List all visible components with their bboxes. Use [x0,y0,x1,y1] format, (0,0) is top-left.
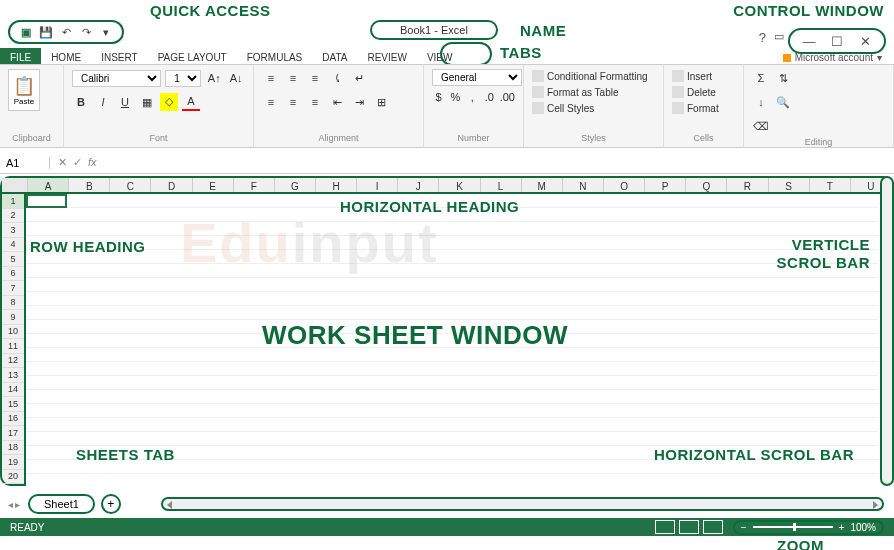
col-header[interactable]: S [769,178,810,192]
clear-icon[interactable]: ⌫ [752,117,770,135]
italic-button[interactable]: I [94,93,112,111]
col-header[interactable]: H [316,178,357,192]
row-header[interactable]: 14 [2,383,24,398]
enter-formula-icon[interactable]: ✓ [73,156,82,169]
active-cell[interactable] [26,194,67,208]
currency-icon[interactable]: $ [432,88,445,106]
qat-dropdown-icon[interactable]: ▾ [98,24,114,40]
col-header[interactable]: I [357,178,398,192]
align-center-icon[interactable]: ≡ [284,93,302,111]
row-header[interactable]: 11 [2,339,24,354]
col-header[interactable]: E [193,178,234,192]
increase-decimal-icon[interactable]: .0 [483,88,496,106]
format-cells-button[interactable]: Format [672,101,735,115]
col-header[interactable]: L [481,178,522,192]
vertical-scrollbar[interactable] [880,176,894,486]
increase-font-icon[interactable]: A↑ [205,69,223,87]
sheet-nav-prev-icon[interactable]: ◂ [8,499,13,510]
row-header[interactable]: 7 [2,281,24,296]
align-top-icon[interactable]: ≡ [262,69,280,87]
zoom-percent[interactable]: 100% [850,522,876,533]
row-header[interactable]: 16 [2,412,24,427]
ribbon-display-icon[interactable]: ▭ [774,30,784,43]
help-icon[interactable]: ? [759,30,766,45]
row-header[interactable]: 4 [2,238,24,253]
increase-indent-icon[interactable]: ⇥ [350,93,368,111]
col-header[interactable]: C [110,178,151,192]
font-family-select[interactable]: Calibri [72,70,161,87]
name-box[interactable]: A1 [0,157,50,169]
add-sheet-button[interactable]: + [101,494,121,514]
decrease-indent-icon[interactable]: ⇤ [328,93,346,111]
view-page-break-icon[interactable] [703,520,723,534]
format-as-table-button[interactable]: Format as Table [532,85,655,99]
number-format-select[interactable]: General [432,69,522,86]
col-header[interactable]: P [645,178,686,192]
bold-button[interactable]: B [72,93,90,111]
select-all-corner[interactable] [2,178,28,192]
col-header[interactable]: O [604,178,645,192]
font-size-select[interactable]: 11 [165,70,201,87]
cell-styles-button[interactable]: Cell Styles [532,101,655,115]
col-header[interactable]: M [522,178,563,192]
row-header[interactable]: 5 [2,252,24,267]
percent-icon[interactable]: % [449,88,462,106]
col-header[interactable]: T [810,178,851,192]
row-header[interactable]: 2 [2,209,24,224]
undo-icon[interactable]: ↶ [58,24,74,40]
view-page-layout-icon[interactable] [679,520,699,534]
zoom-in-icon[interactable]: + [839,522,845,533]
insert-cells-button[interactable]: Insert [672,69,735,83]
account-link[interactable]: Microsoft account ▾ [783,52,882,63]
col-header[interactable]: A [28,178,69,192]
col-header[interactable]: D [151,178,192,192]
col-header[interactable]: J [398,178,439,192]
fill-color-icon[interactable]: ◇ [160,93,178,111]
row-header[interactable]: 6 [2,267,24,282]
col-header[interactable]: K [439,178,480,192]
row-header[interactable]: 17 [2,426,24,441]
row-header[interactable]: 1 [2,194,24,209]
fx-icon[interactable]: fx [88,156,97,169]
row-header[interactable]: 19 [2,455,24,470]
border-icon[interactable]: ▦ [138,93,156,111]
fill-icon[interactable]: ↓ [752,93,770,111]
comma-icon[interactable]: , [466,88,479,106]
row-header[interactable]: 18 [2,441,24,456]
orientation-icon[interactable]: ⤹ [328,69,346,87]
cancel-formula-icon[interactable]: ✕ [58,156,67,169]
close-icon[interactable]: ✕ [856,32,874,50]
decrease-font-icon[interactable]: A↓ [227,69,245,87]
save-icon[interactable]: 💾 [38,24,54,40]
row-header[interactable]: 9 [2,310,24,325]
zoom-out-icon[interactable]: − [741,522,747,533]
redo-icon[interactable]: ↷ [78,24,94,40]
row-header[interactable]: 8 [2,296,24,311]
align-middle-icon[interactable]: ≡ [284,69,302,87]
col-header[interactable]: Q [686,178,727,192]
row-header[interactable]: 15 [2,397,24,412]
underline-button[interactable]: U [116,93,134,111]
font-color-icon[interactable]: A [182,93,200,111]
sheet-nav-next-icon[interactable]: ▸ [15,499,20,510]
maximize-icon[interactable]: ☐ [828,32,846,50]
merge-icon[interactable]: ⊞ [372,93,390,111]
row-header[interactable]: 13 [2,368,24,383]
paste-button[interactable]: Paste [8,69,40,111]
zoom-slider[interactable] [753,526,833,528]
decrease-decimal-icon[interactable]: .00 [500,88,515,106]
row-header[interactable]: 20 [2,470,24,485]
sheet-tab[interactable]: Sheet1 [28,494,95,514]
formula-input[interactable] [105,155,894,170]
align-bottom-icon[interactable]: ≡ [306,69,324,87]
minimize-icon[interactable]: ― [800,32,818,50]
conditional-formatting-button[interactable]: Conditional Formatting [532,69,655,83]
sort-filter-icon[interactable]: ⇅ [774,69,792,87]
align-left-icon[interactable]: ≡ [262,93,280,111]
col-header[interactable]: B [69,178,110,192]
autosum-icon[interactable]: Σ [752,69,770,87]
view-normal-icon[interactable] [655,520,675,534]
wrap-text-icon[interactable]: ↵ [350,69,368,87]
row-header[interactable]: 3 [2,223,24,238]
find-icon[interactable]: 🔍 [774,93,792,111]
